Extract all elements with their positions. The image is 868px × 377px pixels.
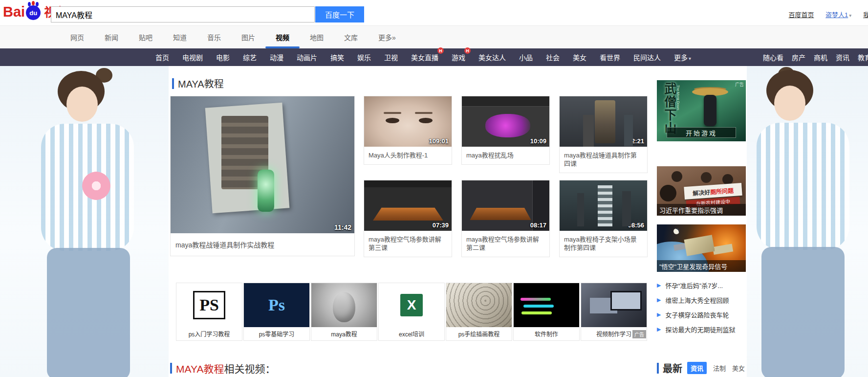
- video-card[interactable]: 07:39 maya教程空气场参数讲解第三课: [364, 180, 452, 257]
- latest-tab-law[interactable]: 法制: [713, 363, 726, 373]
- video-card[interactable]: 08:17 maya教程空气场参数讲解第二课: [461, 180, 550, 257]
- cat-sketch[interactable]: 小品: [519, 52, 533, 62]
- course-ad-card[interactable]: maya教程: [311, 283, 377, 341]
- course-ad-card[interactable]: 视频制作学习广告: [581, 283, 647, 341]
- chevron-down-icon: ▾: [849, 13, 851, 18]
- news-link[interactable]: ▶ 探访最大的无期徒刑监狱: [657, 322, 753, 336]
- tab-music[interactable]: 音乐: [200, 26, 228, 48]
- cat-games[interactable]: 游戏H: [452, 52, 465, 62]
- course-image: Ps: [244, 283, 309, 327]
- satellite-caption: "悟空"卫星发现奇异信号: [657, 260, 746, 272]
- top-links: 百度首页 盗梦人1▾ 我的: [779, 10, 868, 19]
- tab-more[interactable]: 更多»: [371, 26, 403, 48]
- start-game-button[interactable]: 开始游戏: [667, 127, 736, 138]
- triangle-bullet-icon: ▶: [657, 326, 661, 333]
- news-link[interactable]: ▶ 维密上海大秀全程回顾: [657, 292, 753, 307]
- course-ad-card[interactable]: ps手绘插画教程: [446, 283, 512, 341]
- cat-info[interactable]: 资讯: [836, 52, 849, 62]
- course-ad-card[interactable]: X excel培训: [378, 283, 445, 341]
- news-link-list: ▶ 怀孕“准后妈”杀7岁... ▶ 维密上海大秀全程回顾 ▶ 女子横穿公路险丧车…: [657, 278, 753, 336]
- tab-maps[interactable]: 地图: [303, 26, 330, 48]
- news-photo-card[interactable]: 解决好 厕所问题 在新农村建设中 习近平作重要指示强调: [657, 166, 746, 216]
- latest-title: 最新: [663, 361, 682, 375]
- latest-tab-beauty[interactable]: 美女: [732, 363, 745, 373]
- tab-webpage[interactable]: 网页: [64, 26, 91, 48]
- course-ad-card[interactable]: PS ps入门学习教程: [176, 283, 242, 341]
- video-thumbnail: 10:09: [462, 96, 549, 147]
- featured-video-card[interactable]: 11:42 maya教程战锤道具制作实战教程: [170, 96, 355, 256]
- blue-bar-icon: [657, 363, 659, 374]
- course-ad-card[interactable]: 软件制作: [513, 283, 580, 341]
- latest-tab-info[interactable]: 资讯: [687, 362, 707, 374]
- cat-cartoon[interactable]: 动画片: [297, 52, 317, 62]
- skin-decoration: [47, 248, 130, 377]
- thumbnail-art: [258, 170, 274, 212]
- video-title: maya教程扰乱场: [462, 147, 549, 164]
- news-link[interactable]: ▶ 怀孕“准后妈”杀7岁...: [657, 278, 753, 292]
- video-title: maya教程战锤道具制作第四课: [560, 147, 647, 173]
- tab-video-active[interactable]: 视频: [269, 26, 296, 48]
- video-thumbnail: 12:21: [560, 96, 647, 147]
- video-thumbnail: 08:17: [462, 180, 549, 231]
- my-link[interactable]: 我的: [863, 11, 868, 19]
- video-card[interactable]: 109:01 Maya人头制作教程-1: [364, 96, 452, 165]
- search-button[interactable]: 百度一下: [315, 6, 364, 22]
- satellite-news-card[interactable]: "悟空"卫星发现奇异信号: [657, 224, 746, 272]
- overlay-text-dark: 解决好: [692, 187, 710, 197]
- course-image: [446, 283, 512, 327]
- satellite-art: [684, 235, 715, 256]
- tab-tieba[interactable]: 贴吧: [132, 26, 159, 48]
- tab-wenku[interactable]: 文库: [337, 26, 365, 48]
- baidu-video-search-page: Bai du 视频 百度一下 百度首页 盗梦人1▾ 我的 网页 新闻 贴吧 知道…: [0, 0, 868, 377]
- cat-watch-random[interactable]: 随心看: [763, 52, 783, 62]
- cat-society[interactable]: 社会: [546, 52, 560, 62]
- video-title: maya教程椅子支架小场景制作第四课: [560, 231, 647, 257]
- tab-zhidao[interactable]: 知道: [166, 26, 194, 48]
- excel-logo: X: [400, 294, 423, 316]
- username-link[interactable]: 盗梦人1▾: [825, 11, 851, 19]
- cat-entertainment[interactable]: 娱乐: [357, 52, 371, 62]
- video-card[interactable]: 12:21 maya教程战锤道具制作第四课: [559, 96, 648, 173]
- course-label: ps入门学习教程: [176, 327, 242, 340]
- cat-folk-talent[interactable]: 民间达人: [633, 52, 661, 62]
- course-ad-card[interactable]: Ps ps零基础学习: [243, 283, 310, 341]
- game-ad-banner[interactable]: 广告 武僧下山 The Monk Down 开始游戏: [657, 80, 746, 141]
- video-card[interactable]: 08:56 maya教程椅子支架小场景制作第四课: [559, 180, 648, 257]
- course-label: maya教程: [311, 327, 377, 340]
- course-image: [581, 283, 647, 327]
- cat-business[interactable]: 商机: [814, 52, 827, 62]
- left-skin-ad-image[interactable]: [0, 66, 169, 377]
- video-duration: 11:42: [334, 223, 351, 231]
- cat-satellite-tv[interactable]: 卫视: [384, 52, 398, 62]
- cat-variety[interactable]: 综艺: [243, 52, 257, 62]
- chevron-down-icon: ▾: [689, 56, 691, 61]
- search-input[interactable]: [51, 6, 315, 22]
- course-label: ps零基础学习: [244, 327, 309, 340]
- cat-beauty-live[interactable]: 美女直播H: [411, 52, 438, 62]
- cat-world[interactable]: 看世界: [600, 52, 620, 62]
- cat-realestate[interactable]: 房产: [792, 52, 805, 62]
- cat-education[interactable]: 教育: [858, 52, 868, 62]
- course-label: 软件制作: [514, 327, 579, 340]
- tab-images[interactable]: 图片: [235, 26, 262, 48]
- cat-movies[interactable]: 电影: [216, 52, 230, 62]
- header: Bai du 视频 百度一下 百度首页 盗梦人1▾ 我的: [0, 0, 868, 25]
- tab-news[interactable]: 新闻: [98, 26, 125, 48]
- cat-beauty[interactable]: 美女: [573, 52, 586, 62]
- right-skin-ad-image[interactable]: [747, 66, 868, 377]
- video-card[interactable]: 10:09 maya教程扰乱场: [461, 96, 550, 165]
- cat-home[interactable]: 首页: [155, 52, 169, 62]
- news-link[interactable]: ▶ 女子横穿公路险丧车轮: [657, 307, 753, 322]
- baidu-home-link[interactable]: 百度首页: [788, 11, 814, 19]
- ad-label: 广告: [735, 81, 744, 88]
- cat-beauty-talent[interactable]: 美女达人: [478, 52, 506, 62]
- ad-badge: 广告: [632, 330, 646, 338]
- skin-decoration: [82, 172, 110, 200]
- cat-tv-series[interactable]: 电视剧: [182, 52, 203, 62]
- ps-logo: PS: [193, 291, 225, 319]
- cat-anime[interactable]: 动漫: [270, 52, 283, 62]
- cat-funny[interactable]: 搞笑: [330, 52, 344, 62]
- video-title: maya教程空气场参数讲解第三课: [364, 231, 452, 257]
- blue-bar-icon: [172, 78, 174, 89]
- cat-more[interactable]: 更多▾: [674, 52, 691, 62]
